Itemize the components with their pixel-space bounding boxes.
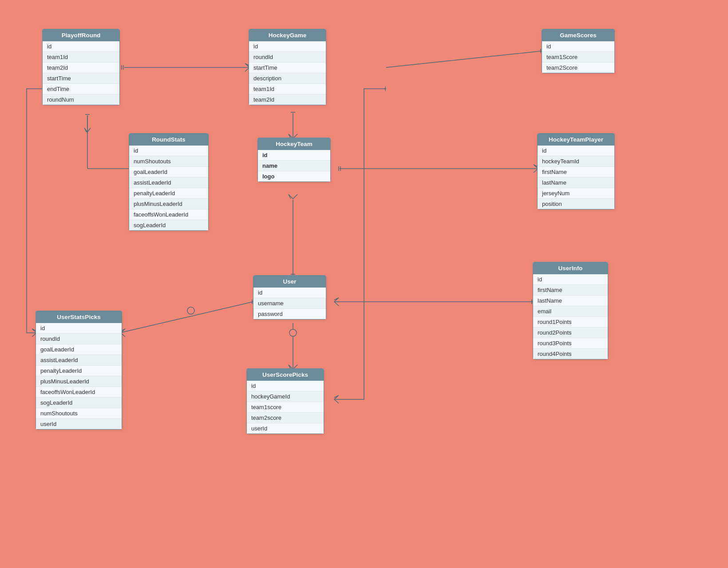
row-HockeyTeamPlayer-id: id: [538, 146, 614, 156]
row-User-password: password: [253, 309, 326, 319]
row-RoundStats-plusMinusLeaderId: plusMinusLeaderId: [129, 199, 208, 209]
svg-line-6: [120, 302, 253, 333]
table-HockeyTeam: HockeyTeam id name logo: [257, 138, 331, 182]
row-HockeyTeamPlayer-hockeyTeamId: hockeyTeamId: [538, 156, 614, 167]
table-User: User id username password: [253, 275, 326, 320]
table-header-PlayoffRound: PlayoffRound: [43, 29, 119, 41]
row-UserInfo-email: email: [533, 306, 608, 317]
row-UserStatsPicks-roundId: roundId: [36, 334, 122, 344]
row-HockeyTeam-id: id: [258, 150, 330, 161]
row-UserScorePicks-hockeyGameId: hockeyGameId: [247, 391, 324, 402]
row-UserStatsPicks-faceoffsWonLeaderId: faceoffsWonLeaderId: [36, 387, 122, 398]
table-GameScores: GameScores id team1Score team2Score: [542, 29, 615, 73]
row-RoundStats-penaltyLeaderId: penaltyLeaderId: [129, 188, 208, 199]
row-UserInfo-round3Points: round3Points: [533, 338, 608, 349]
table-UserStatsPicks: UserStatsPicks id roundId goalLeaderId a…: [36, 311, 122, 430]
row-GameScores-team1Score: team1Score: [542, 52, 614, 63]
svg-line-3: [386, 51, 542, 67]
row-PlayoffRound-endTime: endTime: [43, 84, 119, 95]
row-RoundStats-sogLeaderId: sogLeaderId: [129, 220, 208, 230]
row-UserStatsPicks-id: id: [36, 323, 122, 334]
row-HockeyTeamPlayer-firstName: firstName: [538, 167, 614, 178]
row-User-username: username: [253, 298, 326, 309]
row-UserStatsPicks-plusMinusLeaderId: plusMinusLeaderId: [36, 376, 122, 387]
table-header-UserInfo: UserInfo: [533, 262, 608, 274]
table-UserScorePicks: UserScorePicks id hockeyGameId team1scor…: [246, 368, 324, 434]
row-PlayoffRound-roundNum: roundNum: [43, 95, 119, 105]
row-UserStatsPicks-goalLeaderId: goalLeaderId: [36, 344, 122, 355]
row-UserInfo-id: id: [533, 274, 608, 285]
row-User-id: id: [253, 288, 326, 298]
row-RoundStats-assistLeaderId: assistLeaderId: [129, 178, 208, 188]
row-UserInfo-lastName: lastName: [533, 296, 608, 306]
table-HockeyTeamPlayer: HockeyTeamPlayer id hockeyTeamId firstNa…: [537, 133, 615, 209]
row-HockeyGame-team2Id: team2Id: [249, 95, 326, 105]
row-HockeyGame-description: description: [249, 73, 326, 84]
row-UserScorePicks-userId: userId: [247, 423, 324, 434]
table-PlayoffRound: PlayoffRound id team1Id team2Id startTim…: [42, 29, 120, 105]
row-UserInfo-firstName: firstName: [533, 285, 608, 296]
row-HockeyGame-roundId: roundId: [249, 52, 326, 63]
table-header-User: User: [253, 276, 326, 288]
row-PlayoffRound-team2Id: team2Id: [43, 63, 119, 73]
row-RoundStats-numShoutouts: numShoutouts: [129, 156, 208, 167]
row-UserStatsPicks-assistLeaderId: assistLeaderId: [36, 355, 122, 366]
row-GameScores-id: id: [542, 41, 614, 52]
row-HockeyTeamPlayer-jerseyNum: jerseyNum: [538, 188, 614, 199]
row-UserScorePicks-id: id: [247, 381, 324, 391]
row-PlayoffRound-team1Id: team1Id: [43, 52, 119, 63]
row-UserStatsPicks-penaltyLeaderId: penaltyLeaderId: [36, 366, 122, 376]
row-PlayoffRound-startTime: startTime: [43, 73, 119, 84]
row-UserInfo-round1Points: round1Points: [533, 317, 608, 327]
table-header-GameScores: GameScores: [542, 29, 614, 41]
svg-point-20: [289, 329, 297, 336]
table-RoundStats: RoundStats id numShoutouts goalLeaderId …: [129, 133, 209, 231]
table-header-RoundStats: RoundStats: [129, 134, 208, 146]
row-UserStatsPicks-userId: userId: [36, 419, 122, 429]
row-UserInfo-round4Points: round4Points: [533, 349, 608, 359]
row-HockeyGame-id: id: [249, 41, 326, 52]
row-HockeyGame-team1Id: team1Id: [249, 84, 326, 95]
row-PlayoffRound-id: id: [43, 41, 119, 52]
table-header-UserStatsPicks: UserStatsPicks: [36, 311, 122, 323]
row-RoundStats-id: id: [129, 146, 208, 156]
row-HockeyTeamPlayer-position: position: [538, 199, 614, 209]
table-header-HockeyTeamPlayer: HockeyTeamPlayer: [538, 134, 614, 146]
row-HockeyGame-startTime: startTime: [249, 63, 326, 73]
row-GameScores-team2Score: team2Score: [542, 63, 614, 73]
row-HockeyTeam-logo: logo: [258, 171, 330, 181]
row-HockeyTeamPlayer-lastName: lastName: [538, 178, 614, 188]
table-header-HockeyTeam: HockeyTeam: [258, 138, 330, 150]
row-UserScorePicks-team2score: team2score: [247, 413, 324, 423]
table-header-HockeyGame: HockeyGame: [249, 29, 326, 41]
table-header-UserScorePicks: UserScorePicks: [247, 369, 324, 381]
row-RoundStats-faceoffsWonLeaderId: faceoffsWonLeaderId: [129, 209, 208, 220]
row-UserScorePicks-team1score: team1score: [247, 402, 324, 413]
row-RoundStats-goalLeaderId: goalLeaderId: [129, 167, 208, 178]
row-UserInfo-round2Points: round2Points: [533, 327, 608, 338]
svg-point-21: [187, 307, 194, 314]
row-UserStatsPicks-numShoutouts: numShoutouts: [36, 408, 122, 419]
row-HockeyTeam-name: name: [258, 161, 330, 171]
table-HockeyGame: HockeyGame id roundId startTime descript…: [249, 29, 326, 105]
diagram-canvas: PlayoffRound id team1Id team2Id startTim…: [0, 0, 728, 568]
row-UserStatsPicks-sogLeaderId: sogLeaderId: [36, 398, 122, 408]
table-UserInfo: UserInfo id firstName lastName email rou…: [533, 262, 608, 359]
